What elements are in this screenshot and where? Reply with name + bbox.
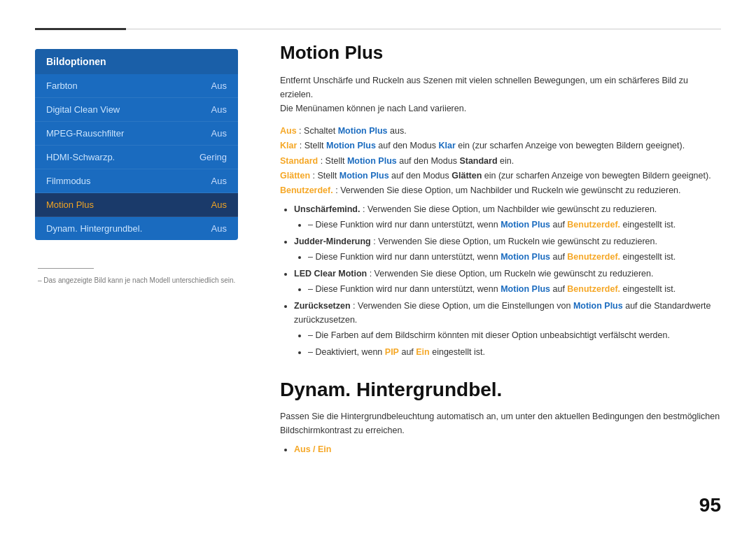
- menu-item-hdmi[interactable]: HDMI-Schwarzp. Gering: [35, 146, 238, 169]
- sidebar-title: Bildoptionen: [35, 49, 238, 74]
- def-keyword-aus: Aus: [280, 126, 297, 136]
- sub-list-unscharf: Diese Funktion wird nur dann unterstützt…: [308, 218, 721, 232]
- sub-list-judder: Diese Funktion wird nur dann unterstützt…: [308, 250, 721, 264]
- bullet-led: LED Clear Motion : Verwenden Sie diese O…: [294, 267, 721, 296]
- dynam-title: Dynam. Hintergrundbel.: [280, 379, 721, 401]
- sub-zuruck-2: Deaktiviert, wenn PIP auf Ein eingestell…: [308, 345, 721, 359]
- def-benutzerdef: Benutzerdef. : Verwenden Sie diese Optio…: [280, 183, 721, 198]
- menu-item-digital-clean-view[interactable]: Digital Clean View Aus: [35, 98, 238, 122]
- bullet-judder-label: Judder-Minderung: [294, 237, 371, 246]
- sidebar: Bildoptionen Farbton Aus Digital Clean V…: [35, 49, 238, 285]
- dynam-bullet-item: Aus / Ein: [294, 444, 721, 454]
- dynam-aus-ein: Aus / Ein: [294, 444, 331, 454]
- sub-motion-plus-2: Motion Plus: [500, 252, 550, 262]
- menu-label-dcv: Digital Clean View: [46, 104, 120, 115]
- sub-benutzerdef-3: Benutzerdef.: [567, 284, 620, 294]
- menu-label-filmmodus: Filmmodus: [46, 176, 91, 186]
- sub-unscharf-1: Diese Funktion wird nur dann unterstützt…: [308, 218, 721, 232]
- def-keyword-glatten: Glätten: [280, 171, 310, 181]
- main-content: Motion Plus Entfernt Unschärfe und Rucke…: [280, 42, 721, 454]
- def-glatten: Glätten : Stellt Motion Plus auf den Mod…: [280, 169, 721, 183]
- menu-label-motion-plus: Motion Plus: [46, 199, 94, 210]
- bullet-zuruck-text1: : Verwenden Sie diese Option, um die Ein…: [353, 301, 573, 311]
- sub-list-zuruck: Die Farben auf dem Bildschirm könnten mi…: [308, 328, 721, 359]
- def-motion-plus-4: Motion Plus: [340, 171, 389, 181]
- sub-zuruck-1: Die Farben auf dem Bildschirm könnten mi…: [308, 328, 721, 342]
- def-rest-standard: auf den Modus: [399, 156, 459, 166]
- sub-ein: Ein: [416, 347, 429, 357]
- bullet-unscharf-text: : Verwenden Sie diese Option, um Nachbil…: [363, 204, 657, 214]
- def-motion-plus-2: Motion Plus: [326, 141, 376, 150]
- def-glatten-bold: Glätten: [451, 171, 482, 181]
- bullet-zuruck-motion: Motion Plus: [573, 301, 623, 311]
- sidebar-note-text: – Das angezeigte Bild kann je nach Model…: [38, 276, 235, 284]
- intro-line1: Entfernt Unschärfe und Ruckeln aus Szene…: [280, 76, 688, 99]
- intro-line2: Die Menünamen können je nach Land variie…: [280, 104, 466, 113]
- top-decorative-lines: [35, 28, 721, 30]
- definition-list: Aus : Schaltet Motion Plus aus. Klar : S…: [280, 124, 721, 198]
- menu-value-hdmi: Gering: [200, 152, 227, 162]
- page-number: 95: [699, 494, 721, 517]
- sub-benutzerdef-1: Benutzerdef.: [567, 220, 620, 230]
- menu-item-farbton[interactable]: Farbton Aus: [35, 74, 238, 98]
- def-rest-glatten2: ein (zur scharfen Anzeige von bewegten B…: [484, 171, 711, 181]
- dynam-bullet-list: Aus / Ein: [294, 444, 721, 454]
- def-keyword-standard: Standard: [280, 156, 318, 166]
- bullet-led-text: : Verwenden Sie diese Option, um Ruckeln…: [370, 269, 654, 279]
- sub-motion-plus-3: Motion Plus: [500, 284, 550, 294]
- motion-plus-intro: Entfernt Unschärfe und Ruckeln aus Szene…: [280, 73, 721, 115]
- menu-label-hdmi: HDMI-Schwarzp.: [46, 152, 115, 162]
- menu-item-dynam[interactable]: Dynam. Hintergrundbel. Aus: [35, 217, 238, 240]
- def-klar-bold: Klar: [439, 141, 456, 150]
- sidebar-note: – Das angezeigte Bild kann je nach Model…: [35, 268, 238, 285]
- def-standard: Standard : Stellt Motion Plus auf den Mo…: [280, 154, 721, 169]
- def-aus: Aus : Schaltet Motion Plus aus.: [280, 124, 721, 139]
- def-text-benutzerdef: : Verwenden Sie diese Option, um Nachbil…: [335, 185, 680, 195]
- sub-list-led: Diese Funktion wird nur dann unterstützt…: [308, 282, 721, 296]
- menu-value-filmmodus: Aus: [211, 176, 227, 186]
- menu-value-farbton: Aus: [211, 80, 227, 91]
- def-klar: Klar : Stellt Motion Plus auf den Modus …: [280, 139, 721, 153]
- def-text-glatten: : Stellt: [313, 171, 340, 181]
- bullet-judder-text: : Verwenden Sie diese Option, um Ruckeln…: [373, 237, 657, 246]
- top-line-separator: [126, 29, 721, 29]
- top-line-accent: [35, 28, 126, 30]
- menu-value-dcv: Aus: [211, 104, 227, 115]
- menu-value-mpeg: Aus: [211, 128, 227, 139]
- menu-item-mpeg[interactable]: MPEG-Rauschfilter Aus: [35, 122, 238, 146]
- def-motion-plus-3: Motion Plus: [347, 156, 397, 166]
- def-standard-bold: Standard: [459, 156, 497, 166]
- bullet-unscharf-label: Unschärfemind.: [294, 204, 360, 214]
- menu-value-motion-plus: Aus: [211, 199, 227, 210]
- motion-plus-title: Motion Plus: [280, 42, 721, 64]
- sub-led-1: Diese Funktion wird nur dann unterstützt…: [308, 282, 721, 296]
- def-text-standard: : Stellt: [321, 156, 347, 166]
- def-keyword-benutzerdef: Benutzerdef.: [280, 185, 333, 195]
- menu-item-motion-plus[interactable]: Motion Plus Aus: [35, 193, 238, 217]
- sidebar-note-line: [38, 268, 94, 269]
- def-keyword-klar: Klar: [280, 141, 297, 150]
- def-rest-aus: aus.: [390, 126, 407, 136]
- sub-benutzerdef-2: Benutzerdef.: [567, 252, 620, 262]
- menu-value-dynam: Aus: [211, 223, 227, 234]
- bullet-judder: Judder-Minderung : Verwenden Sie diese O…: [294, 234, 721, 264]
- bullet-zuruck-label: Zurücksetzen: [294, 301, 351, 311]
- dynam-intro: Passen Sie die Hintergrundbeleuchtung au…: [280, 409, 721, 437]
- sub-pip: PIP: [385, 347, 399, 357]
- menu-label-mpeg: MPEG-Rauschfilter: [46, 128, 124, 139]
- def-motion-plus-1: Motion Plus: [338, 126, 388, 136]
- def-text-klar: : Stellt: [300, 141, 326, 150]
- bullet-led-label: LED Clear Motion: [294, 269, 367, 279]
- menu-item-filmmodus[interactable]: Filmmodus Aus: [35, 169, 238, 193]
- def-rest-glatten1: auf den Modus: [391, 171, 451, 181]
- def-rest-standard2: ein.: [500, 156, 514, 166]
- bullet-unscharf: Unschärfemind. : Verwenden Sie diese Opt…: [294, 202, 721, 232]
- def-rest-klar1: auf den Modus: [378, 141, 438, 150]
- sub-judder-1: Diese Funktion wird nur dann unterstützt…: [308, 250, 721, 264]
- bullet-zuruck: Zurücksetzen : Verwenden Sie diese Optio…: [294, 299, 721, 359]
- def-text-aus: : Schaltet: [299, 126, 338, 136]
- menu-label-farbton: Farbton: [46, 80, 78, 91]
- bullet-list-motion: Unschärfemind. : Verwenden Sie diese Opt…: [294, 202, 721, 359]
- menu-label-dynam: Dynam. Hintergrundbel.: [46, 223, 142, 234]
- def-rest-klar2: ein (zur scharfen Anzeige von bewegten B…: [458, 141, 685, 150]
